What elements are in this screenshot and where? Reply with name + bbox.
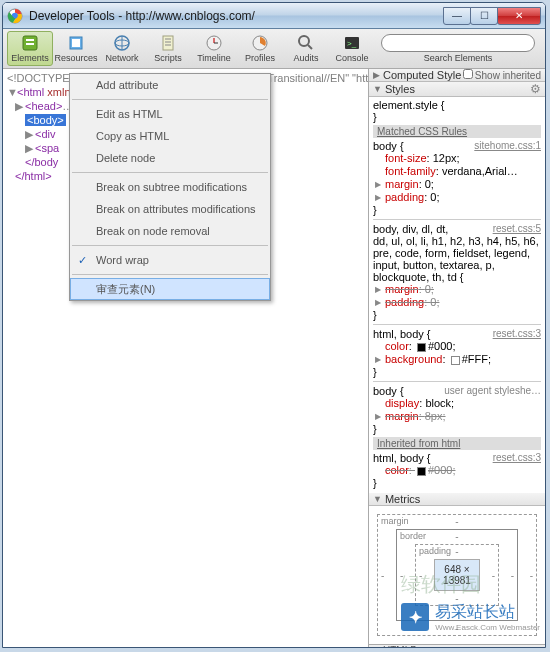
search-box[interactable] — [381, 34, 535, 52]
tab-profiles[interactable]: Profiles — [237, 32, 283, 65]
console-icon: >_ — [343, 34, 361, 52]
rules-list: element.style { } Matched CSS Rules body… — [369, 97, 545, 493]
network-icon — [113, 34, 131, 52]
window-title: Developer Tools - http://www.cnblogs.com… — [29, 9, 444, 23]
close-button[interactable]: ✕ — [497, 7, 541, 25]
menu-separator — [72, 274, 268, 275]
scripts-icon — [159, 34, 177, 52]
menu-break-removal[interactable]: Break on node removal — [70, 220, 270, 242]
menu-separator — [72, 99, 268, 100]
search-input[interactable] — [390, 37, 526, 49]
metrics-content: 648 × 13981 — [434, 559, 480, 591]
svg-rect-4 — [26, 43, 34, 45]
svg-point-18 — [299, 36, 309, 46]
tab-elements[interactable]: Elements — [7, 31, 53, 66]
tab-network[interactable]: Network — [99, 32, 145, 65]
search-label: Search Elements — [381, 53, 535, 63]
metrics-box[interactable]: margin ---- border ---- padding ---- 648… — [369, 506, 545, 644]
styles-sidebar: ▶ Computed Style Show inherited ▼ Styles… — [368, 69, 545, 647]
gear-icon[interactable]: ⚙ — [530, 82, 541, 96]
css-rule[interactable]: body {sitehome.css:1 font-size: 12px; fo… — [373, 140, 541, 216]
toolbar: Elements Resources Network Scripts Timel… — [3, 29, 545, 69]
tab-audits[interactable]: Audits — [283, 32, 329, 65]
tab-timeline[interactable]: Timeline — [191, 32, 237, 65]
properties-footer[interactable]: ▶HTMLBo — [369, 644, 545, 647]
menu-delete-node[interactable]: Delete node — [70, 147, 270, 169]
metrics-header[interactable]: ▼ Metrics — [369, 493, 545, 506]
matched-rules-header: Matched CSS Rules — [373, 125, 541, 138]
expand-icon: ▼ — [373, 84, 382, 94]
menu-break-attributes[interactable]: Break on attributes modifications — [70, 198, 270, 220]
css-rule-inherited[interactable]: html, body {reset.css:3 color: #000; } — [373, 452, 541, 489]
elements-panel[interactable]: <!DOCTYPE html PUBLIC "-//W3C//DTD XHTML… — [3, 69, 368, 647]
content-area: <!DOCTYPE html PUBLIC "-//W3C//DTD XHTML… — [3, 69, 545, 647]
chrome-icon — [7, 8, 23, 24]
titlebar[interactable]: Developer Tools - http://www.cnblogs.com… — [3, 3, 545, 29]
resources-icon — [67, 34, 85, 52]
css-rule[interactable]: html, body {reset.css:3 color: #000; ▶ba… — [373, 328, 541, 378]
search-wrap: Search Elements — [375, 32, 541, 65]
inherited-header: Inherited from html — [373, 437, 541, 450]
element-style-rule[interactable]: element.style { } — [373, 99, 541, 123]
menu-separator — [72, 245, 268, 246]
menu-separator — [72, 172, 268, 173]
menu-word-wrap[interactable]: ✓Word wrap — [70, 249, 270, 271]
elements-icon — [21, 34, 39, 52]
timeline-icon — [205, 34, 223, 52]
svg-line-19 — [308, 45, 312, 49]
minimize-button[interactable]: — — [443, 7, 471, 25]
profiles-icon — [251, 34, 269, 52]
expand-icon: ▼ — [373, 494, 382, 504]
css-rule[interactable]: body, div, dl, dt,reset.css:5 dd, ul, ol… — [373, 223, 541, 321]
menu-add-attribute[interactable]: Add attribute — [70, 74, 270, 96]
maximize-button[interactable]: ☐ — [470, 7, 498, 25]
css-rule[interactable]: body {user agent styleshe… display: bloc… — [373, 385, 541, 435]
context-menu: Add attribute Edit as HTML Copy as HTML … — [69, 73, 271, 301]
menu-break-subtree[interactable]: Break on subtree modifications — [70, 176, 270, 198]
tab-scripts[interactable]: Scripts — [145, 32, 191, 65]
menu-inspect-element[interactable]: 审查元素(N) — [70, 278, 270, 300]
show-inherited-checkbox[interactable] — [463, 69, 473, 79]
tab-console[interactable]: >_ Console — [329, 32, 375, 65]
window-buttons: — ☐ ✕ — [444, 7, 541, 25]
expand-icon: ▶ — [373, 70, 380, 80]
svg-rect-3 — [26, 39, 34, 41]
tab-resources[interactable]: Resources — [53, 32, 99, 65]
svg-rect-6 — [72, 39, 80, 47]
menu-copy-html[interactable]: Copy as HTML — [70, 125, 270, 147]
svg-rect-10 — [163, 36, 173, 50]
svg-text:>_: >_ — [347, 39, 357, 48]
styles-header[interactable]: ▼ Styles ⚙ — [369, 82, 545, 97]
computed-style-header[interactable]: ▶ Computed Style Show inherited — [369, 69, 545, 82]
check-icon: ✓ — [78, 253, 87, 267]
audits-icon — [297, 34, 315, 52]
window-frame: Developer Tools - http://www.cnblogs.com… — [2, 2, 546, 648]
menu-edit-html[interactable]: Edit as HTML — [70, 103, 270, 125]
